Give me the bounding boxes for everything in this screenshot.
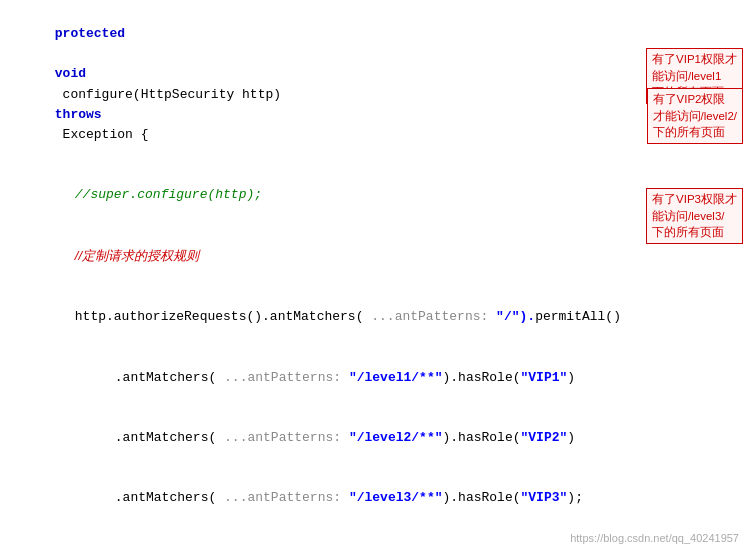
- code-line-4: http.authorizeRequests().antMatchers( ..…: [8, 287, 739, 347]
- code-editor: protected void configure(HttpSecurity ht…: [0, 0, 747, 549]
- kw-throws: throws: [55, 107, 102, 122]
- comment-super: //super.configure(http);: [75, 187, 262, 202]
- watermark: https://blog.csdn.net/qq_40241957: [570, 532, 739, 544]
- code-line-2: //super.configure(http);: [8, 165, 739, 225]
- code-line-5: .antMatchers( ...antPatterns: "/level1/*…: [8, 347, 739, 407]
- code-text-6: .antMatchers( ...antPatterns: "/level2/*…: [115, 430, 575, 445]
- code-text-5: .antMatchers( ...antPatterns: "/level1/*…: [115, 370, 575, 385]
- bubble-vip3: 有了VIP3权限才能访问/level3/下的所有页面: [646, 188, 743, 244]
- code-text-4: http.authorizeRequests().antMatchers( ..…: [75, 309, 621, 324]
- comment-zh-1: //定制请求的授权规则: [75, 248, 199, 263]
- kw-protected: protected: [55, 26, 125, 41]
- code-line-7: .antMatchers( ...antPatterns: "/level3/*…: [8, 468, 739, 528]
- kw-void: void: [55, 66, 86, 81]
- code-line-3: //定制请求的授权规则: [8, 226, 739, 287]
- code-line-6: .antMatchers( ...antPatterns: "/level2/*…: [8, 408, 739, 468]
- code-line-1: protected void configure(HttpSecurity ht…: [8, 4, 739, 165]
- bubble-vip2: 有了VIP2权限才能访问/level2/下的所有页面: [647, 88, 743, 144]
- code-text-7: .antMatchers( ...antPatterns: "/level3/*…: [115, 490, 583, 505]
